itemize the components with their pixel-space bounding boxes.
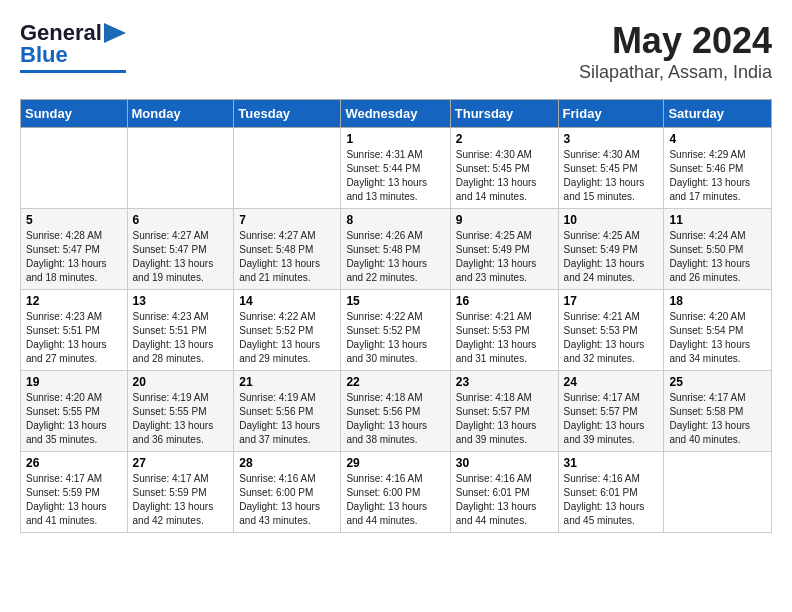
calendar-cell: 23Sunrise: 4:18 AM Sunset: 5:57 PM Dayli… [450, 371, 558, 452]
day-info: Sunrise: 4:23 AM Sunset: 5:51 PM Dayligh… [26, 310, 122, 366]
day-info: Sunrise: 4:23 AM Sunset: 5:51 PM Dayligh… [133, 310, 229, 366]
weekday-header-saturday: Saturday [664, 100, 772, 128]
weekday-header-wednesday: Wednesday [341, 100, 450, 128]
day-info: Sunrise: 4:27 AM Sunset: 5:47 PM Dayligh… [133, 229, 229, 285]
calendar-cell: 14Sunrise: 4:22 AM Sunset: 5:52 PM Dayli… [234, 290, 341, 371]
day-number: 27 [133, 456, 229, 470]
calendar-cell: 3Sunrise: 4:30 AM Sunset: 5:45 PM Daylig… [558, 128, 664, 209]
calendar-cell [664, 452, 772, 533]
page-header: General Blue May 2024 Silapathar, Assam,… [20, 20, 772, 83]
day-number: 11 [669, 213, 766, 227]
week-row-1: 5Sunrise: 4:28 AM Sunset: 5:47 PM Daylig… [21, 209, 772, 290]
calendar-cell: 2Sunrise: 4:30 AM Sunset: 5:45 PM Daylig… [450, 128, 558, 209]
day-number: 6 [133, 213, 229, 227]
day-number: 4 [669, 132, 766, 146]
calendar-cell: 6Sunrise: 4:27 AM Sunset: 5:47 PM Daylig… [127, 209, 234, 290]
svg-marker-0 [104, 23, 126, 43]
calendar-cell: 7Sunrise: 4:27 AM Sunset: 5:48 PM Daylig… [234, 209, 341, 290]
day-info: Sunrise: 4:22 AM Sunset: 5:52 PM Dayligh… [346, 310, 444, 366]
calendar-cell [21, 128, 128, 209]
day-number: 22 [346, 375, 444, 389]
day-number: 29 [346, 456, 444, 470]
calendar-cell: 17Sunrise: 4:21 AM Sunset: 5:53 PM Dayli… [558, 290, 664, 371]
day-info: Sunrise: 4:17 AM Sunset: 5:58 PM Dayligh… [669, 391, 766, 447]
logo: General Blue [20, 20, 126, 73]
day-number: 9 [456, 213, 553, 227]
calendar-subtitle: Silapathar, Assam, India [579, 62, 772, 83]
weekday-header-monday: Monday [127, 100, 234, 128]
day-info: Sunrise: 4:29 AM Sunset: 5:46 PM Dayligh… [669, 148, 766, 204]
day-number: 23 [456, 375, 553, 389]
week-row-4: 26Sunrise: 4:17 AM Sunset: 5:59 PM Dayli… [21, 452, 772, 533]
day-info: Sunrise: 4:21 AM Sunset: 5:53 PM Dayligh… [456, 310, 553, 366]
day-number: 2 [456, 132, 553, 146]
day-number: 24 [564, 375, 659, 389]
day-info: Sunrise: 4:28 AM Sunset: 5:47 PM Dayligh… [26, 229, 122, 285]
calendar-cell: 24Sunrise: 4:17 AM Sunset: 5:57 PM Dayli… [558, 371, 664, 452]
calendar-cell: 26Sunrise: 4:17 AM Sunset: 5:59 PM Dayli… [21, 452, 128, 533]
calendar-cell: 4Sunrise: 4:29 AM Sunset: 5:46 PM Daylig… [664, 128, 772, 209]
calendar-cell: 20Sunrise: 4:19 AM Sunset: 5:55 PM Dayli… [127, 371, 234, 452]
calendar-cell: 30Sunrise: 4:16 AM Sunset: 6:01 PM Dayli… [450, 452, 558, 533]
title-block: May 2024 Silapathar, Assam, India [579, 20, 772, 83]
day-number: 18 [669, 294, 766, 308]
day-number: 25 [669, 375, 766, 389]
day-info: Sunrise: 4:30 AM Sunset: 5:45 PM Dayligh… [456, 148, 553, 204]
calendar-cell: 27Sunrise: 4:17 AM Sunset: 5:59 PM Dayli… [127, 452, 234, 533]
day-info: Sunrise: 4:20 AM Sunset: 5:54 PM Dayligh… [669, 310, 766, 366]
weekday-header-sunday: Sunday [21, 100, 128, 128]
day-info: Sunrise: 4:25 AM Sunset: 5:49 PM Dayligh… [456, 229, 553, 285]
day-number: 16 [456, 294, 553, 308]
calendar-cell: 12Sunrise: 4:23 AM Sunset: 5:51 PM Dayli… [21, 290, 128, 371]
day-info: Sunrise: 4:19 AM Sunset: 5:56 PM Dayligh… [239, 391, 335, 447]
day-number: 15 [346, 294, 444, 308]
day-number: 30 [456, 456, 553, 470]
day-info: Sunrise: 4:16 AM Sunset: 6:00 PM Dayligh… [346, 472, 444, 528]
calendar-table: SundayMondayTuesdayWednesdayThursdayFrid… [20, 99, 772, 533]
calendar-cell: 29Sunrise: 4:16 AM Sunset: 6:00 PM Dayli… [341, 452, 450, 533]
day-info: Sunrise: 4:16 AM Sunset: 6:01 PM Dayligh… [564, 472, 659, 528]
calendar-cell: 9Sunrise: 4:25 AM Sunset: 5:49 PM Daylig… [450, 209, 558, 290]
weekday-header-tuesday: Tuesday [234, 100, 341, 128]
day-info: Sunrise: 4:16 AM Sunset: 6:01 PM Dayligh… [456, 472, 553, 528]
day-info: Sunrise: 4:22 AM Sunset: 5:52 PM Dayligh… [239, 310, 335, 366]
day-number: 5 [26, 213, 122, 227]
calendar-title: May 2024 [579, 20, 772, 62]
day-number: 3 [564, 132, 659, 146]
calendar-cell: 16Sunrise: 4:21 AM Sunset: 5:53 PM Dayli… [450, 290, 558, 371]
weekday-header-friday: Friday [558, 100, 664, 128]
day-info: Sunrise: 4:17 AM Sunset: 5:59 PM Dayligh… [26, 472, 122, 528]
day-info: Sunrise: 4:26 AM Sunset: 5:48 PM Dayligh… [346, 229, 444, 285]
day-number: 1 [346, 132, 444, 146]
calendar-cell: 28Sunrise: 4:16 AM Sunset: 6:00 PM Dayli… [234, 452, 341, 533]
weekday-header-row: SundayMondayTuesdayWednesdayThursdayFrid… [21, 100, 772, 128]
calendar-cell [234, 128, 341, 209]
calendar-cell: 13Sunrise: 4:23 AM Sunset: 5:51 PM Dayli… [127, 290, 234, 371]
day-info: Sunrise: 4:17 AM Sunset: 5:57 PM Dayligh… [564, 391, 659, 447]
day-info: Sunrise: 4:21 AM Sunset: 5:53 PM Dayligh… [564, 310, 659, 366]
day-number: 28 [239, 456, 335, 470]
day-info: Sunrise: 4:20 AM Sunset: 5:55 PM Dayligh… [26, 391, 122, 447]
day-number: 10 [564, 213, 659, 227]
day-number: 21 [239, 375, 335, 389]
day-number: 14 [239, 294, 335, 308]
calendar-cell: 8Sunrise: 4:26 AM Sunset: 5:48 PM Daylig… [341, 209, 450, 290]
calendar-cell: 5Sunrise: 4:28 AM Sunset: 5:47 PM Daylig… [21, 209, 128, 290]
calendar-cell: 25Sunrise: 4:17 AM Sunset: 5:58 PM Dayli… [664, 371, 772, 452]
calendar-cell: 21Sunrise: 4:19 AM Sunset: 5:56 PM Dayli… [234, 371, 341, 452]
calendar-cell [127, 128, 234, 209]
week-row-2: 12Sunrise: 4:23 AM Sunset: 5:51 PM Dayli… [21, 290, 772, 371]
day-info: Sunrise: 4:25 AM Sunset: 5:49 PM Dayligh… [564, 229, 659, 285]
week-row-3: 19Sunrise: 4:20 AM Sunset: 5:55 PM Dayli… [21, 371, 772, 452]
logo-arrow-icon [104, 23, 126, 43]
day-info: Sunrise: 4:16 AM Sunset: 6:00 PM Dayligh… [239, 472, 335, 528]
day-info: Sunrise: 4:18 AM Sunset: 5:56 PM Dayligh… [346, 391, 444, 447]
day-number: 12 [26, 294, 122, 308]
day-info: Sunrise: 4:18 AM Sunset: 5:57 PM Dayligh… [456, 391, 553, 447]
calendar-cell: 31Sunrise: 4:16 AM Sunset: 6:01 PM Dayli… [558, 452, 664, 533]
week-row-0: 1Sunrise: 4:31 AM Sunset: 5:44 PM Daylig… [21, 128, 772, 209]
weekday-header-thursday: Thursday [450, 100, 558, 128]
calendar-cell: 22Sunrise: 4:18 AM Sunset: 5:56 PM Dayli… [341, 371, 450, 452]
day-info: Sunrise: 4:17 AM Sunset: 5:59 PM Dayligh… [133, 472, 229, 528]
calendar-cell: 1Sunrise: 4:31 AM Sunset: 5:44 PM Daylig… [341, 128, 450, 209]
